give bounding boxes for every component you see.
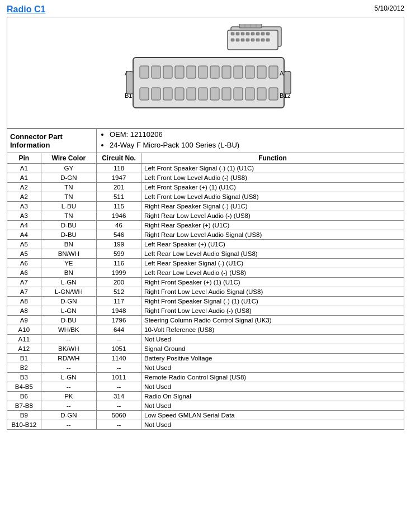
cell-function: Right Rear Speaker (+) (U1C) — [141, 221, 404, 230]
cell-circuit: 1999 — [97, 268, 141, 278]
cell-pin: A12 — [7, 344, 41, 354]
table-row: A8 D-GN 117 Right Front Speaker Signal (… — [7, 297, 404, 306]
cell-circuit: -- — [97, 420, 141, 430]
svg-rect-51 — [126, 72, 133, 94]
cell-wire: TN — [41, 192, 96, 202]
table-row: A1 D-GN 1947 Left Front Low Level Audio … — [7, 173, 404, 183]
cell-pin: B2 — [7, 363, 41, 373]
table-row: B3 L-GN 1011 Remote Radio Control Signal… — [7, 373, 404, 382]
table-row: B7-B8 -- -- Not Used — [7, 401, 404, 411]
svg-rect-10 — [231, 39, 234, 41]
page-title: Radio C1 — [7, 4, 45, 15]
cell-circuit: 116 — [97, 259, 141, 268]
cell-circuit: 1796 — [97, 316, 141, 325]
svg-rect-2 — [231, 32, 234, 35]
cell-pin: A5 — [7, 240, 41, 249]
table-row: B1 RD/WH 1140 Battery Positive Voltage — [7, 354, 404, 363]
svg-rect-48 — [245, 88, 254, 100]
cell-function: Battery Positive Voltage — [141, 354, 404, 363]
cell-wire: BK/WH — [41, 344, 96, 354]
svg-rect-17 — [266, 39, 270, 41]
table-row: A2 TN 201 Left Front Speaker (+) (1) (U1… — [7, 183, 404, 192]
cell-pin: A6 — [7, 268, 41, 278]
svg-rect-33 — [234, 66, 243, 78]
svg-rect-32 — [222, 66, 231, 78]
cell-pin: A11 — [7, 335, 41, 344]
cell-circuit: 118 — [97, 164, 141, 173]
cell-wire: D-BU — [41, 316, 96, 325]
cell-pin: A8 — [7, 297, 41, 306]
cell-wire: -- — [41, 335, 96, 344]
cell-pin: A7 — [7, 278, 41, 287]
cell-circuit: -- — [97, 382, 141, 392]
connector-diagram: A1 A12 B1 — [7, 17, 404, 129]
table-row: A4 D-BU 546 Right Rear Low Level Audio S… — [7, 230, 404, 240]
cell-function: 10-Volt Reference (US8) — [141, 325, 404, 335]
oem-number: OEM: 12110206 — [110, 130, 401, 139]
cell-wire: TN — [41, 183, 96, 192]
cell-wire: BN/WH — [41, 249, 96, 259]
svg-rect-9 — [266, 32, 270, 35]
cell-circuit: -- — [97, 401, 141, 411]
table-row: A12 BK/WH 1051 Signal Ground — [7, 344, 404, 354]
cell-pin: A7 — [7, 287, 41, 297]
cell-wire: L-GN — [41, 278, 96, 287]
svg-rect-7 — [256, 32, 259, 35]
cell-wire: D-GN — [41, 297, 96, 306]
cell-circuit: 644 — [97, 325, 141, 335]
cell-wire: TN — [41, 211, 96, 221]
cell-function: Not Used — [141, 335, 404, 344]
table-row: A3 TN 1946 Right Rear Low Level Audio (-… — [7, 211, 404, 221]
svg-rect-30 — [199, 66, 207, 78]
svg-rect-4 — [241, 32, 244, 35]
table-row: A3 L-BU 115 Right Rear Speaker Signal (-… — [7, 202, 404, 211]
cell-circuit: 546 — [97, 230, 141, 240]
cell-wire: RD/WH — [41, 354, 96, 363]
svg-rect-35 — [257, 66, 266, 78]
svg-rect-43 — [187, 88, 196, 100]
cell-function: Left Rear Speaker Signal (-) (U1C) — [141, 259, 404, 268]
cell-pin: A2 — [7, 192, 41, 202]
table-row: A6 BN 1999 Left Rear Low Level Audio (-)… — [7, 268, 404, 278]
cell-function: Remote Radio Control Signal (US8) — [141, 373, 404, 382]
cell-function: Radio On Signal — [141, 392, 404, 401]
svg-rect-34 — [245, 66, 254, 78]
cell-function: Left Front Speaker (+) (1) (U1C) — [141, 183, 404, 192]
cell-function: Low Speed GMLAN Serial Data — [141, 411, 404, 420]
cell-pin: B4-B5 — [7, 382, 41, 392]
cell-function: Not Used — [141, 401, 404, 411]
header-circuit: Circuit No. — [97, 153, 141, 164]
header-pin: Pin — [7, 153, 41, 164]
cell-pin: A9 — [7, 316, 41, 325]
svg-rect-8 — [261, 32, 264, 35]
cell-function: Right Front Speaker (+) (1) (U1C) — [141, 278, 404, 287]
cell-wire: -- — [41, 382, 96, 392]
cell-function: Steering Column Radio Control Signal (UK… — [141, 316, 404, 325]
cell-function: Right Rear Speaker Signal (-) (U1C) — [141, 202, 404, 211]
table-row: A4 D-BU 46 Right Rear Speaker (+) (U1C) — [7, 221, 404, 230]
svg-rect-46 — [222, 88, 231, 100]
cell-function: Right Front Low Level Audio Signal (US8) — [141, 287, 404, 297]
svg-rect-12 — [241, 39, 244, 41]
cell-function: Left Front Low Level Audio Signal (US8) — [141, 192, 404, 202]
cell-wire: -- — [41, 401, 96, 411]
cell-wire: L-GN — [41, 373, 96, 382]
cell-wire: L-GN — [41, 306, 96, 316]
cell-circuit: 1947 — [97, 173, 141, 183]
cell-wire: D-BU — [41, 221, 96, 230]
cell-circuit: 511 — [97, 192, 141, 202]
svg-rect-28 — [175, 66, 184, 78]
cell-circuit: 1051 — [97, 344, 141, 354]
svg-rect-25 — [140, 66, 149, 78]
cell-circuit: 117 — [97, 297, 141, 306]
cell-pin: A10 — [7, 325, 41, 335]
header-function: Function — [141, 153, 404, 164]
header-wire: Wire Color — [41, 153, 96, 164]
cell-pin: B10-B12 — [7, 420, 41, 430]
cell-circuit: 199 — [97, 240, 141, 249]
cell-pin: A4 — [7, 221, 41, 230]
table-row: B10-B12 -- -- Not Used — [7, 420, 404, 430]
cell-pin: A1 — [7, 173, 41, 183]
cell-wire: YE — [41, 259, 96, 268]
connector-series: 24-Way F Micro-Pack 100 Series (L-BU) — [110, 141, 401, 149]
